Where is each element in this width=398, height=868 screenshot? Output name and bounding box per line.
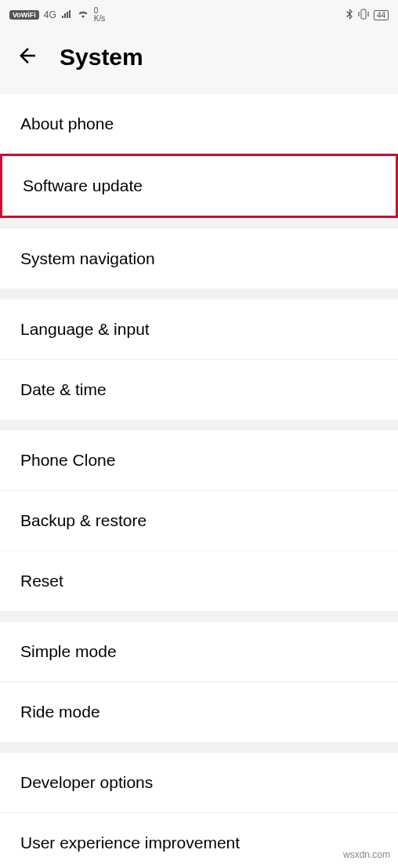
settings-item-ride-mode[interactable]: Ride mode: [0, 682, 398, 742]
settings-item-date-time[interactable]: Date & time: [0, 360, 398, 419]
settings-group: Simple modeRide mode: [0, 622, 398, 742]
settings-item-backup-restore[interactable]: Backup & restore: [0, 491, 398, 551]
settings-item-developer-options[interactable]: Developer options: [0, 753, 398, 813]
network-type: 4G: [44, 9, 56, 20]
wifi-icon: [77, 9, 89, 21]
settings-item-phone-clone[interactable]: Phone Clone: [0, 430, 398, 491]
status-right: 44: [346, 9, 389, 22]
settings-list: About phoneSoftware updateSystem navigat…: [0, 94, 398, 868]
bluetooth-icon: [346, 9, 353, 22]
settings-group: Software update: [0, 154, 398, 218]
battery-indicator: 44: [374, 10, 389, 20]
settings-item-simple-mode[interactable]: Simple mode: [0, 622, 398, 682]
status-bar: VoWiFi 4G 0 K/s 44: [0, 0, 398, 30]
signal-icon: [61, 9, 72, 21]
settings-group: About phone: [0, 94, 398, 154]
settings-item-system-navigation[interactable]: System navigation: [0, 229, 398, 289]
settings-group: System navigation: [0, 229, 398, 289]
header: System: [0, 30, 398, 94]
page-title: System: [60, 44, 143, 71]
settings-group: Developer optionsUser experience improve…: [0, 753, 398, 868]
settings-item-user-experience-improvement[interactable]: User experience improvement: [0, 813, 398, 868]
data-speed: 0 K/s: [94, 7, 105, 23]
vowifi-badge: VoWiFi: [9, 10, 39, 20]
watermark: wsxdn.com: [343, 849, 390, 860]
back-arrow-icon[interactable]: [16, 44, 39, 71]
settings-group: Phone CloneBackup & restoreReset: [0, 430, 398, 611]
settings-group: Language & inputDate & time: [0, 300, 398, 419]
settings-item-about-phone[interactable]: About phone: [0, 94, 398, 154]
svg-rect-0: [361, 9, 366, 19]
settings-item-software-update[interactable]: Software update: [2, 156, 396, 216]
settings-item-language-input[interactable]: Language & input: [0, 300, 398, 360]
settings-item-reset[interactable]: Reset: [0, 551, 398, 611]
vibrate-icon: [358, 9, 369, 22]
status-left: VoWiFi 4G 0 K/s: [9, 7, 105, 23]
